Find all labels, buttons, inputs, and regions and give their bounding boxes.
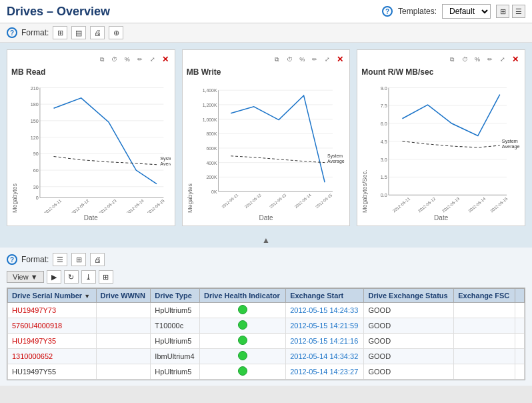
export-icon[interactable]: ⤓ xyxy=(81,270,96,284)
col-serial-label: Drive Serial Number xyxy=(12,292,82,300)
cell-exch-start: 2012-05-14 14:23:27 xyxy=(286,364,364,380)
expand-icon-2[interactable]: ⤢ xyxy=(322,54,333,65)
table-help-icon[interactable]: ? xyxy=(7,254,17,265)
svg-text:2012-05-12: 2012-05-12 xyxy=(417,196,437,213)
view-label: View xyxy=(13,273,29,281)
cell-wwnn xyxy=(96,364,151,380)
header-bar: Drives – Overview ? Templates: Default ⊞… xyxy=(0,0,532,23)
print-format-btn[interactable]: 🖨 xyxy=(90,26,105,39)
cell-serial: 5760U4000918 xyxy=(8,318,97,334)
status-dot xyxy=(238,336,247,345)
cell-health xyxy=(200,318,286,334)
mb-write-y-label: Megabytes xyxy=(187,79,193,213)
columns-icon[interactable]: ⊞ xyxy=(99,270,113,284)
edit-icon-2[interactable]: ✏ xyxy=(309,54,320,65)
edit-icon[interactable]: ✏ xyxy=(135,54,145,65)
table-row[interactable]: HU19497Y55HpUltrium52012-05-14 14:23:27G… xyxy=(8,364,525,380)
col-exch-fsc-label: Exchange FSC xyxy=(458,292,509,300)
refresh-icon[interactable]: ↻ xyxy=(64,270,79,284)
edit-icon-3[interactable]: ✏ xyxy=(485,54,495,65)
col-exch-fsc[interactable]: Exchange FSC xyxy=(454,289,515,303)
table-format-bar: ? Format: ☰ ⊞ 🖨 xyxy=(7,253,525,266)
copy-icon-3[interactable]: ⧉ xyxy=(447,54,457,65)
col-health[interactable]: Drive Health Indicator xyxy=(200,289,286,303)
cell-serial: HU19497Y35 xyxy=(8,334,97,349)
svg-text:2012-05-11: 2012-05-11 xyxy=(43,198,63,213)
col-type[interactable]: Drive Type xyxy=(151,289,200,303)
close-icon[interactable]: ✕ xyxy=(160,54,171,65)
help-icon[interactable]: ? xyxy=(382,6,393,17)
svg-text:30: 30 xyxy=(33,184,39,190)
svg-text:2012-05-15: 2012-05-15 xyxy=(146,198,165,213)
col-type-label: Drive Type xyxy=(155,292,191,300)
svg-text:2012-05-15: 2012-05-15 xyxy=(315,193,333,209)
table-action-bar: View ▼ ▶ ↻ ⤓ ⊞ xyxy=(7,270,525,284)
percent-icon-3[interactable]: % xyxy=(472,54,483,65)
close-icon-2[interactable]: ✕ xyxy=(335,54,345,65)
expand-icon[interactable]: ⤢ xyxy=(147,54,158,65)
mb-read-title: MB Read xyxy=(11,67,171,77)
cell-wwnn xyxy=(96,303,151,318)
cell-exch-start: 2012-05-15 14:24:33 xyxy=(286,303,364,318)
table-row[interactable]: 5760U4000918T10000c2012-05-15 14:21:59GO… xyxy=(8,318,525,334)
clock-icon-3[interactable]: ⏱ xyxy=(459,54,470,65)
svg-text:4.5: 4.5 xyxy=(381,139,387,145)
clock-icon-2[interactable]: ⏱ xyxy=(284,54,295,65)
detail-format-btn[interactable]: ▤ xyxy=(71,26,86,39)
table-row[interactable]: HU19497Y35HpUltrium52012-05-15 14:21:16G… xyxy=(8,334,525,349)
table-grid-btn[interactable]: ⊞ xyxy=(71,253,86,266)
cell-health xyxy=(200,364,286,380)
table-print-btn[interactable]: 🖨 xyxy=(90,253,105,266)
header-icons: ⊞ ☰ xyxy=(496,5,525,18)
cell-health xyxy=(200,334,286,349)
charts-help-icon[interactable]: ? xyxy=(7,27,17,38)
svg-text:210: 210 xyxy=(31,85,39,91)
svg-text:1,200K: 1,200K xyxy=(202,103,217,107)
close-icon-3[interactable]: ✕ xyxy=(510,54,521,65)
expand-icon-3[interactable]: ⤢ xyxy=(497,54,508,65)
table-row[interactable]: 1310000652IbmUltrium42012-05-14 14:34:32… xyxy=(8,349,525,364)
svg-text:180: 180 xyxy=(31,101,39,107)
status-dot xyxy=(238,366,247,376)
col-exch-status[interactable]: Drive Exchange Status xyxy=(364,289,454,303)
cell-wwnn xyxy=(96,334,151,349)
cell-type: HpUltrium5 xyxy=(151,303,200,318)
col-wwnn[interactable]: Drive WWNN xyxy=(96,289,151,303)
col-serial[interactable]: Drive Serial Number ▼ xyxy=(8,289,97,303)
table-list-btn[interactable]: ☰ xyxy=(53,253,67,266)
cell-exch-status: GOOD xyxy=(364,303,454,318)
cell-exch-start: 2012-05-15 14:21:59 xyxy=(286,318,364,334)
col-exch-start-label: Exchange Start xyxy=(290,292,343,300)
list-view-icon[interactable]: ☰ xyxy=(512,5,525,18)
grid-view-icon[interactable]: ⊞ xyxy=(496,5,509,18)
percent-icon-2[interactable]: % xyxy=(297,54,307,65)
svg-text:800K: 800K xyxy=(206,131,217,136)
copy-icon-2[interactable]: ⧉ xyxy=(271,54,282,65)
mb-write-title: MB Write xyxy=(187,67,346,77)
mb-read-x-label: Date xyxy=(11,214,171,222)
cell-wwnn xyxy=(96,318,151,334)
svg-text:2012-05-13: 2012-05-13 xyxy=(269,193,287,209)
col-exch-start[interactable]: Exchange Start xyxy=(286,289,364,303)
scrollbar-cell xyxy=(515,303,525,318)
play-icon[interactable]: ▶ xyxy=(47,270,61,284)
table-section: ? Format: ☰ ⊞ 🖨 View ▼ ▶ ↻ ⤓ ⊞ Drive Ser… xyxy=(0,248,532,386)
cell-serial: HU19497Y55 xyxy=(8,364,97,380)
svg-text:1,400K: 1,400K xyxy=(202,88,217,93)
svg-text:6.0: 6.0 xyxy=(381,121,387,127)
svg-text:0.0: 0.0 xyxy=(381,192,387,198)
table-format-btn[interactable]: ⊞ xyxy=(53,26,67,39)
mb-write-chart: ⧉ ⏱ % ✏ ⤢ ✕ MB Write Megabytes xyxy=(182,49,351,226)
copy-icon[interactable]: ⧉ xyxy=(97,54,107,65)
clock-icon[interactable]: ⏱ xyxy=(109,54,120,65)
view-dropdown-btn[interactable]: View ▼ xyxy=(7,271,44,283)
templates-select[interactable]: Default xyxy=(442,4,491,19)
header-right: ? Templates: Default ⊞ ☰ xyxy=(382,4,525,19)
templates-label: Templates: xyxy=(398,7,437,16)
add-format-btn[interactable]: ⊕ xyxy=(109,26,123,39)
percent-icon[interactable]: % xyxy=(122,54,133,65)
charts-format-label: Format: xyxy=(21,28,49,37)
svg-text:0: 0 xyxy=(36,195,39,201)
svg-text:2012-05-11: 2012-05-11 xyxy=(221,193,239,209)
table-row[interactable]: HU19497Y73HpUltrium52012-05-15 14:24:33G… xyxy=(8,303,525,318)
